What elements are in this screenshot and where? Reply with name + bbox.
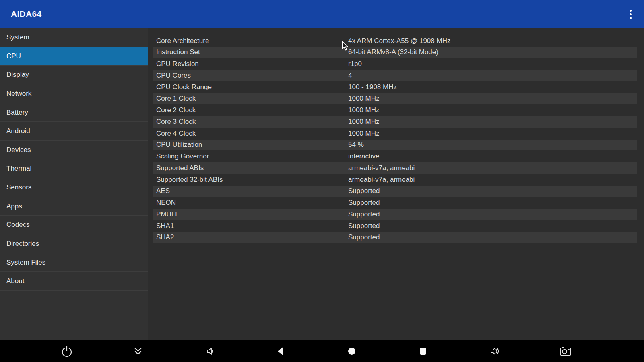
row-value: 1000 MHz bbox=[348, 130, 637, 138]
hide-navbar-chevrons-icon[interactable] bbox=[102, 340, 173, 362]
sidebar-item-label: Devices bbox=[6, 146, 31, 154]
sidebar-item-label: About bbox=[6, 277, 24, 285]
home-icon[interactable] bbox=[316, 340, 387, 362]
table-row: PMULL Supported bbox=[153, 209, 637, 220]
table-row: Core Architecture 4x ARM Cortex-A55 @ 19… bbox=[153, 35, 637, 46]
row-value: armeabi-v7a, armeabi bbox=[348, 176, 637, 184]
row-label: Core Architecture bbox=[153, 37, 348, 45]
sidebar-item[interactable]: Display bbox=[0, 66, 148, 84]
sidebar-item-label: Sensors bbox=[6, 183, 31, 191]
row-label: AES bbox=[153, 187, 348, 195]
row-label: CPU Clock Range bbox=[153, 83, 348, 91]
table-row: NEON Supported bbox=[153, 197, 637, 208]
table-row: Supported ABIs armeabi-v7a, armeabi bbox=[153, 162, 637, 173]
sidebar-item-label: CPU bbox=[6, 52, 21, 60]
table-row: CPU Revision r1p0 bbox=[153, 59, 637, 70]
table-row: Scaling Governor interactive bbox=[153, 151, 637, 162]
row-value: Supported bbox=[348, 233, 637, 241]
app-title: AIDA64 bbox=[0, 9, 42, 19]
sidebar-item[interactable]: Thermal bbox=[0, 159, 148, 178]
sidebar-item-label: Thermal bbox=[6, 165, 31, 172]
screenshot-camera-icon[interactable] bbox=[530, 340, 601, 362]
sidebar-item[interactable]: System Files bbox=[0, 253, 148, 272]
sidebar-item[interactable]: Devices bbox=[0, 141, 148, 160]
sidebar-item[interactable]: Sensors bbox=[0, 178, 148, 197]
row-label: NEON bbox=[153, 199, 348, 207]
row-label: CPU Revision bbox=[153, 60, 348, 68]
sidebar-item-label: Display bbox=[6, 71, 29, 78]
cpu-details-panel: Core Architecture 4x ARM Cortex-A55 @ 19… bbox=[148, 28, 644, 340]
table-row: Core 3 Clock 1000 MHz bbox=[153, 116, 637, 127]
row-label: Core 4 Clock bbox=[153, 130, 348, 138]
cpu-table: Core Architecture 4x ARM Cortex-A55 @ 19… bbox=[153, 35, 637, 244]
row-label: Supported 32-bit ABIs bbox=[153, 176, 348, 184]
row-label: Core 3 Clock bbox=[153, 118, 348, 126]
row-value: 1000 MHz bbox=[348, 95, 637, 103]
sidebar-item-label: Network bbox=[6, 90, 31, 97]
sidebar-item[interactable]: System bbox=[0, 28, 148, 47]
power-icon[interactable] bbox=[31, 340, 102, 362]
sidebar-item[interactable]: CPU bbox=[0, 47, 148, 66]
row-value: 100 - 1908 MHz bbox=[348, 83, 637, 91]
sidebar-item[interactable]: Codecs bbox=[0, 216, 148, 234]
sidebar-item-label: Battery bbox=[6, 109, 28, 116]
table-row: CPU Utilization 54 % bbox=[153, 140, 637, 150]
row-label: Scaling Governor bbox=[153, 152, 348, 160]
table-row: CPU Clock Range 100 - 1908 MHz bbox=[153, 82, 637, 93]
sidebar-item-label: Apps bbox=[6, 202, 22, 210]
sidebar-item[interactable]: Network bbox=[0, 84, 148, 103]
table-row: Core 4 Clock 1000 MHz bbox=[153, 128, 637, 139]
volume-down-icon[interactable] bbox=[173, 340, 245, 362]
sidebar-item-label: System bbox=[6, 33, 29, 41]
table-row: SHA1 Supported bbox=[153, 220, 637, 231]
row-label: Core 1 Clock bbox=[153, 95, 348, 103]
row-label: Core 2 Clock bbox=[153, 106, 348, 114]
table-row: CPU Cores 4 bbox=[153, 70, 637, 81]
app-bar: AIDA64 bbox=[0, 0, 644, 28]
kebab-menu-icon[interactable] bbox=[625, 6, 636, 23]
row-value: 1000 MHz bbox=[348, 118, 637, 126]
sidebar-item[interactable]: Apps bbox=[0, 197, 148, 216]
row-value: Supported bbox=[348, 210, 637, 218]
back-icon[interactable] bbox=[245, 340, 316, 362]
navigation-bar bbox=[0, 340, 644, 362]
row-value: interactive bbox=[348, 152, 637, 160]
table-row: SHA2 Supported bbox=[153, 232, 637, 243]
sidebar-item-label: Android bbox=[6, 127, 30, 135]
table-row: Core 1 Clock 1000 MHz bbox=[153, 93, 637, 104]
sidebar-item-label: System Files bbox=[6, 259, 45, 266]
table-row: AES Supported bbox=[153, 186, 637, 197]
row-label: CPU Utilization bbox=[153, 141, 348, 149]
row-label: Instruction Set bbox=[153, 48, 348, 56]
row-label: Supported ABIs bbox=[153, 164, 348, 172]
sidebar-item-label: Codecs bbox=[6, 221, 30, 228]
sidebar-item[interactable]: Battery bbox=[0, 103, 148, 122]
recents-icon[interactable] bbox=[387, 340, 458, 362]
volume-up-icon[interactable] bbox=[458, 340, 530, 362]
row-label: CPU Cores bbox=[153, 72, 348, 80]
sidebar: System CPU Display Network Battery Andro… bbox=[0, 28, 148, 340]
row-value: Supported bbox=[348, 187, 637, 195]
table-row: Core 2 Clock 1000 MHz bbox=[153, 105, 637, 116]
row-value: 54 % bbox=[348, 141, 637, 149]
sidebar-item[interactable]: Directories bbox=[0, 234, 148, 253]
row-value: 64-bit ARMv8-A (32-bit Mode) bbox=[348, 48, 637, 56]
sidebar-item-label: Directories bbox=[6, 240, 39, 247]
row-value: 1000 MHz bbox=[348, 106, 637, 114]
row-label: PMULL bbox=[153, 210, 348, 218]
row-value: 4 bbox=[348, 72, 637, 80]
row-value: Supported bbox=[348, 199, 637, 207]
row-label: SHA2 bbox=[153, 233, 348, 241]
table-row: Instruction Set 64-bit ARMv8-A (32-bit M… bbox=[153, 47, 637, 58]
row-value: Supported bbox=[348, 222, 637, 230]
row-value: armeabi-v7a, armeabi bbox=[348, 164, 637, 172]
table-row: Supported 32-bit ABIs armeabi-v7a, armea… bbox=[153, 174, 637, 185]
row-label: SHA1 bbox=[153, 222, 348, 230]
row-value: 4x ARM Cortex-A55 @ 1908 MHz bbox=[348, 37, 637, 45]
sidebar-item[interactable]: Android bbox=[0, 122, 148, 141]
row-value: r1p0 bbox=[348, 60, 637, 68]
sidebar-item[interactable]: About bbox=[0, 272, 148, 291]
